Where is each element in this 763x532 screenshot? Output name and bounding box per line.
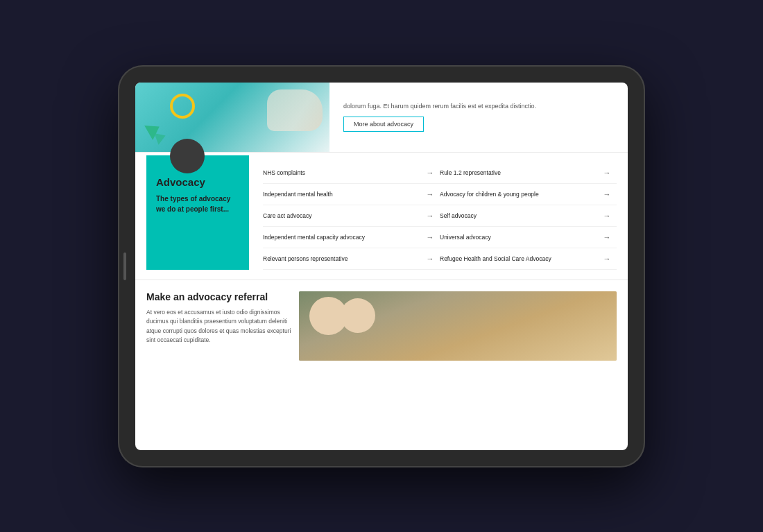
- link-label: Independent mental capacity advocacy: [263, 234, 425, 241]
- link-label: NHS complaints: [263, 169, 425, 176]
- arrow-decoration-2: [154, 130, 167, 145]
- arrow-right-icon: [425, 210, 436, 221]
- arrow-right-icon: [425, 253, 436, 264]
- link-rule-representative[interactable]: Rule 1.2 representative: [440, 162, 617, 184]
- link-relevant-persons[interactable]: Relevant persons representative: [263, 248, 440, 270]
- link-children-young[interactable]: Advocacy for children & young people: [440, 184, 617, 205]
- arrow-right-icon: [425, 189, 436, 200]
- link-nhs-complaints[interactable]: NHS complaints: [263, 162, 440, 184]
- arrow-right-icon: [601, 210, 612, 221]
- link-label: Relevant persons representative: [263, 255, 425, 262]
- arrow-right-icon: [425, 232, 436, 243]
- link-mental-health[interactable]: Independant mental health: [263, 184, 440, 205]
- advocacy-card: Advocacy The types of advocacy we do at …: [146, 155, 249, 270]
- arrow-right-icon: [601, 189, 612, 200]
- hero-section: dolorum fuga. Et harum quidem rerum faci…: [135, 83, 628, 152]
- link-care-act[interactable]: Care act advocacy: [263, 205, 440, 227]
- referral-body-text: At vero eos et accusamus et iusto odio d…: [146, 308, 299, 345]
- arrow-right-icon: [425, 167, 436, 178]
- advocacy-links-grid: NHS complaints Rule 1.2 representative I…: [249, 162, 617, 270]
- referral-image: [299, 291, 617, 361]
- arrow-right-icon: [601, 253, 612, 264]
- link-label: Refugee Health and Social Care Advocacy: [440, 255, 601, 262]
- referral-text-area: Make an advocacy referral At vero eos et…: [146, 291, 299, 361]
- arrow-right-icon: [601, 232, 612, 243]
- link-label: Universal advocacy: [440, 234, 601, 241]
- link-refugee-health[interactable]: Refugee Health and Social Care Advocacy: [440, 248, 617, 270]
- tablet-device: dolorum fuga. Et harum quidem rerum faci…: [118, 65, 645, 467]
- person-figure-2: [341, 298, 375, 333]
- link-label: Care act advocacy: [263, 212, 425, 219]
- link-label: Self advocacy: [440, 212, 601, 219]
- arrow-right-icon: [601, 167, 612, 178]
- circle-yellow-decoration: [170, 94, 195, 119]
- more-about-advocacy-button[interactable]: More about advocacy: [343, 117, 424, 132]
- link-label: Rule 1.2 representative: [440, 169, 601, 176]
- tablet-screen: dolorum fuga. Et harum quidem rerum faci…: [135, 83, 628, 450]
- referral-section: Make an advocacy referral At vero eos et…: [135, 280, 628, 372]
- link-self-advocacy[interactable]: Self advocacy: [440, 205, 617, 227]
- advocacy-card-title: Advocacy: [156, 176, 239, 188]
- referral-title: Make an advocacy referral: [146, 291, 299, 302]
- dark-circle-decoration: [170, 139, 205, 173]
- advocacy-card-subtitle: The types of advocacy we do at people fi…: [156, 194, 239, 214]
- link-label: Independant mental health: [263, 191, 425, 198]
- link-universal[interactable]: Universal advocacy: [440, 227, 617, 248]
- middle-section: Advocacy The types of advocacy we do at …: [135, 153, 628, 280]
- hero-text-area: dolorum fuga. Et harum quidem rerum faci…: [329, 83, 628, 152]
- link-label: Advocacy for children & young people: [440, 191, 601, 198]
- hero-image: [135, 83, 329, 152]
- hero-body-text: dolorum fuga. Et harum quidem rerum faci…: [343, 102, 614, 112]
- link-mental-capacity[interactable]: Independent mental capacity advocacy: [263, 227, 440, 248]
